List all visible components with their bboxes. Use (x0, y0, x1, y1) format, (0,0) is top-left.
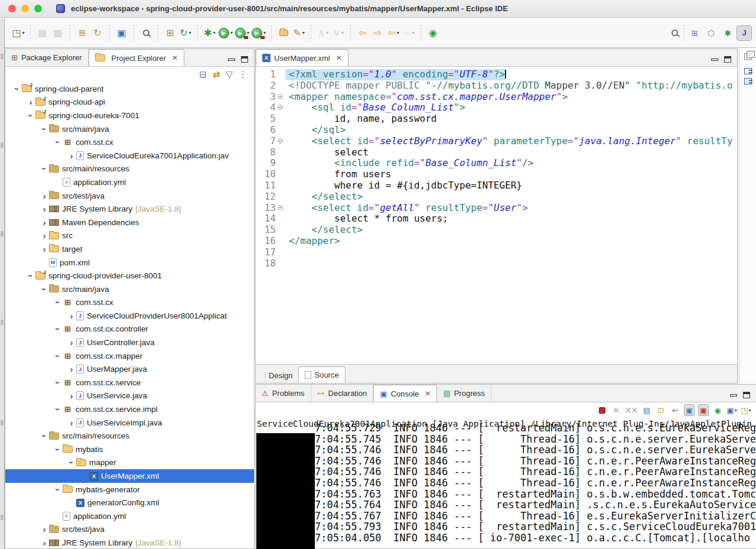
chevron-right-icon[interactable] (67, 391, 76, 401)
chevron-down-icon[interactable] (53, 137, 63, 147)
maximize-explorer-icon[interactable] (241, 56, 248, 63)
tab-design[interactable]: ⫶Design (258, 368, 298, 383)
tree-item-usermapper-java[interactable]: JUserMapper.java (5, 362, 254, 376)
last-edit-back-icon[interactable]: ⇦ (356, 25, 369, 41)
open-console-icon[interactable]: ◳▾ (741, 404, 751, 416)
chevron-down-icon[interactable] (40, 164, 49, 174)
restore-view-icon[interactable] (744, 53, 752, 60)
tree-item-servicecloudprovideruser8001applicat[interactable]: JServiceCloudProviderUser8001Applicat (5, 309, 254, 323)
chevron-down-icon[interactable] (53, 351, 63, 361)
last-edit-forward-icon[interactable]: ⇨ (372, 25, 384, 41)
tab-declaration[interactable]: ⊶Declaration (311, 385, 374, 402)
tree-item-userservice-java[interactable]: JUserService.java (5, 389, 254, 403)
chevron-down-icon[interactable] (67, 457, 76, 467)
tree-item-spring-cloud-api[interactable]: spring-cloud-api (5, 96, 254, 109)
chevron-right-icon[interactable] (67, 337, 76, 347)
tree-item-generatorconfig-xml[interactable]: XgeneratorConfig.xml (5, 496, 254, 509)
minimize-console-icon[interactable] (730, 394, 737, 397)
dropdown-caret-icon[interactable]: ▾ (22, 30, 25, 35)
coverage-icon[interactable]: ▶▾ (235, 25, 249, 41)
tree-item-src[interactable]: src (5, 229, 254, 243)
chevron-down-icon[interactable] (40, 284, 49, 294)
chevron-down-icon[interactable] (53, 444, 63, 454)
tree-item-userserviceimpl-java[interactable]: JUserServiceImpl.java (5, 416, 254, 430)
chevron-down-icon[interactable] (12, 84, 22, 94)
display-console-icon[interactable]: ▣▾ (726, 404, 737, 416)
chevron-right-icon[interactable] (40, 524, 49, 534)
tree-item-pom-xml[interactable]: Mpom.xml (5, 256, 254, 269)
tab-source[interactable]: Source (298, 366, 345, 383)
save-all-icon[interactable]: ▩ (51, 25, 64, 41)
chevron-right-icon[interactable] (26, 97, 35, 107)
chevron-down-icon[interactable] (53, 297, 63, 307)
tree-item-servicecloudeureka7001application-jav[interactable]: JServiceCloudEureka7001Application.jav (5, 149, 254, 163)
tree-item-spring-cloud-provider-user-8001[interactable]: spring-cloud-provider-user-8001 (5, 269, 254, 282)
word-wrap-icon[interactable]: ↩ (670, 404, 680, 416)
tree-item-spring-cloud-eureka-7001[interactable]: spring-cloud-eureka-7001 (5, 109, 254, 122)
tree-item-src-main-java[interactable]: src/main/java (5, 282, 254, 296)
javaee-perspective-button[interactable]: ⬡ (703, 25, 719, 41)
tree-item-application-yml[interactable]: ≡application.yml (5, 509, 254, 523)
tab-problems[interactable]: ⚠Problems (256, 385, 311, 402)
refresh-icon[interactable]: ↻ (91, 25, 104, 41)
chevron-right-icon[interactable] (40, 191, 49, 201)
chevron-right-icon[interactable] (67, 311, 76, 321)
minimize-explorer-icon[interactable] (228, 59, 235, 61)
run-icon[interactable]: ▶▾ (219, 25, 233, 41)
open-folder-icon[interactable] (277, 25, 290, 41)
back-history-icon[interactable]: ⇦▾ (387, 25, 400, 41)
chevron-down-icon[interactable] (53, 485, 63, 495)
close-icon[interactable]: ✕ (425, 389, 431, 398)
chevron-right-icon[interactable] (40, 217, 49, 228)
java-perspective-button[interactable]: J (737, 25, 752, 41)
chevron-down-icon[interactable] (53, 324, 63, 334)
xml-source-editor[interactable]: 1<?xml version="1.0" encoding="UTF-8"?>2… (256, 67, 737, 364)
previous-annotation-icon[interactable]: ∧▾ (317, 25, 330, 41)
maximize-console-icon[interactable] (743, 392, 750, 398)
tree-item-mapper[interactable]: mapper (5, 456, 254, 470)
build-all-icon[interactable]: ≣ (76, 25, 89, 41)
dropdown-caret-icon[interactable]: ▾ (213, 30, 216, 35)
editor-tab-usermapper[interactable]: X UserMapper.xml ✕ (256, 49, 348, 66)
dropdown-caret-icon[interactable]: ▾ (263, 30, 266, 35)
dropdown-caret-icon[interactable]: ▾ (397, 30, 399, 35)
chevron-down-icon[interactable] (26, 271, 35, 281)
fold-marker-icon[interactable] (276, 92, 285, 103)
minimized-view-icon[interactable] (744, 68, 752, 74)
fold-marker-icon[interactable] (276, 102, 285, 113)
show-stdout-icon[interactable]: ▣ (684, 404, 695, 416)
collapse-all-icon[interactable]: ⊟ (199, 69, 207, 80)
pin-console-icon[interactable]: ◉ (712, 404, 723, 416)
tree-item-application-yml[interactable]: ≡application.yml (5, 176, 254, 189)
tree-item-src-main-java[interactable]: src/main/java (5, 122, 254, 136)
fold-marker-icon[interactable] (276, 203, 285, 214)
chevron-down-icon[interactable] (40, 124, 49, 134)
zoom-window-button[interactable] (34, 5, 42, 12)
tree-item-spring-cloud-parent[interactable]: spring-cloud-parent (5, 82, 254, 96)
new-wizard-icon[interactable]: ◳▾ (12, 25, 25, 41)
link-with-editor-icon[interactable]: ⇄ (213, 69, 220, 80)
clear-console-icon[interactable]: ▤ (641, 404, 652, 416)
tree-item-mybatis-generator[interactable]: mybatis-generator (5, 483, 254, 496)
tree-item-com-sst-cx-mapper[interactable]: ⊞com.sst.cx.mapper (5, 349, 254, 363)
maximize-editor-icon[interactable] (724, 56, 731, 63)
tree-item-jre-system-library[interactable]: JRE System Library[JavaSE-1.8] (5, 202, 254, 216)
open-perspective-icon[interactable]: ⊞ (687, 25, 702, 41)
pin-editor-icon[interactable]: ◉ (426, 25, 439, 41)
minimized-view-icon[interactable] (744, 78, 752, 85)
quick-access-search-icon[interactable] (668, 25, 681, 41)
chevron-right-icon[interactable] (40, 244, 49, 254)
dropdown-caret-icon[interactable]: ▾ (302, 30, 305, 35)
tree-item-src-test-java[interactable]: src/test/java (5, 523, 254, 537)
tree-item-src-main-resources[interactable]: src/main/resources (5, 163, 254, 176)
dropdown-caret-icon[interactable]: ▾ (189, 30, 191, 35)
chevron-down-icon[interactable] (26, 111, 35, 121)
tree-item-src-test-java[interactable]: src/test/java (5, 189, 254, 203)
show-stderr-icon[interactable]: ▣ (698, 404, 709, 416)
close-icon[interactable]: ✕ (336, 54, 342, 62)
forward-history-icon[interactable]: ⇨▾ (402, 25, 415, 41)
project-tree[interactable]: spring-cloud-parentspring-cloud-apisprin… (5, 82, 254, 548)
tree-item-com-sst-cx[interactable]: ⊞com.sst.cx (5, 135, 254, 149)
dropdown-caret-icon[interactable]: ▾ (247, 30, 249, 35)
chevron-down-icon[interactable] (53, 404, 63, 414)
